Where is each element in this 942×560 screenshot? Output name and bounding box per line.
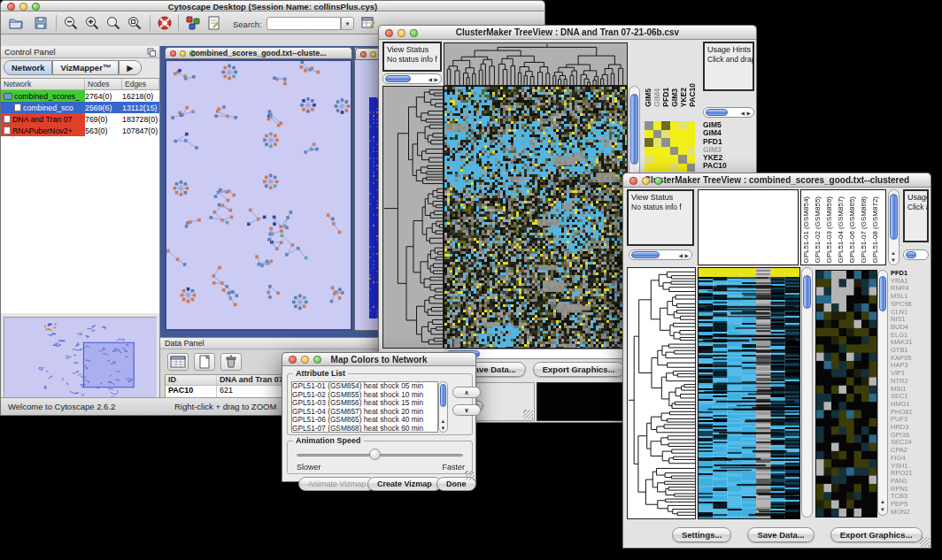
zoom-actual-icon[interactable] bbox=[127, 15, 143, 31]
matrix-cell[interactable] bbox=[661, 147, 670, 156]
matrix-cell[interactable] bbox=[670, 138, 679, 147]
column-label[interactable]: GIM4 bbox=[652, 88, 661, 107]
matrix-cell[interactable] bbox=[678, 121, 687, 130]
scroll-thumb[interactable] bbox=[879, 276, 886, 311]
column-label[interactable]: PFD1 bbox=[661, 88, 670, 107]
zoom-button[interactable] bbox=[32, 3, 40, 11]
matrix-cell[interactable] bbox=[645, 121, 653, 130]
matrix-cell[interactable] bbox=[687, 147, 696, 156]
treeview2-status-scrollbar[interactable]: ◀▶ bbox=[629, 249, 692, 260]
tv2-save-data-button[interactable]: Save Data... bbox=[747, 527, 814, 542]
col-network[interactable]: Network bbox=[1, 79, 85, 89]
treeview1-column-dendrogram[interactable] bbox=[444, 42, 628, 86]
zoom-button[interactable] bbox=[654, 177, 662, 185]
zoom-button[interactable] bbox=[410, 29, 418, 37]
treeview1-row-dendrogram[interactable] bbox=[382, 86, 444, 349]
float-panel-icon[interactable] bbox=[147, 48, 156, 57]
treeview1-row-labels[interactable]: GIM5GIM4PFD1GIM3YKE2PAC10 bbox=[703, 121, 752, 171]
treeview2-zoom-heatmap[interactable] bbox=[815, 270, 877, 518]
birdseye-panel[interactable] bbox=[4, 317, 157, 408]
treeview1-titlebar[interactable]: ClusterMaker TreeView : DNA and Tran 07-… bbox=[378, 25, 757, 40]
new-attribute-button[interactable] bbox=[194, 353, 215, 371]
matrix-cell[interactable] bbox=[670, 147, 679, 156]
column-label[interactable]: GIM3 bbox=[670, 88, 679, 107]
treeview1-zoom-matrix[interactable] bbox=[645, 121, 695, 172]
matrix-cell[interactable] bbox=[678, 164, 687, 173]
treeview2-top-dendrogram-area[interactable] bbox=[698, 189, 799, 265]
treeview1-status-scrollbar[interactable]: ◀▶ bbox=[382, 73, 442, 84]
matrix-cell[interactable] bbox=[653, 164, 662, 173]
slider-thumb[interactable] bbox=[369, 449, 381, 460]
table-mode-button[interactable] bbox=[167, 353, 189, 371]
zoom-out-icon[interactable] bbox=[63, 15, 79, 31]
network-table-row[interactable]: RNAPuberNov2+563(0)107847(0) bbox=[1, 125, 159, 136]
matrix-cell[interactable] bbox=[678, 138, 687, 147]
matrix-cell[interactable] bbox=[670, 155, 679, 164]
attribute-list[interactable]: GPL51-01 (GSM854) heat shock 05 minGPL51… bbox=[291, 381, 438, 433]
scroll-thumb[interactable] bbox=[440, 384, 446, 407]
matrix-cell[interactable] bbox=[687, 155, 696, 164]
tab-vizmapper-[interactable]: VizMapper™ bbox=[52, 60, 119, 75]
matrix-cell[interactable] bbox=[661, 130, 670, 139]
matrix-cell[interactable] bbox=[661, 121, 670, 130]
matrix-cell[interactable] bbox=[653, 121, 662, 130]
column-label[interactable]: GPL51-03 (GSM856) bbox=[825, 196, 837, 264]
main-titlebar[interactable]: Cytoscape Desktop (Session Name: collins… bbox=[0, 0, 545, 12]
close-button[interactable] bbox=[289, 356, 297, 364]
column-label[interactable]: GPL51-04 (GSM857) bbox=[837, 196, 848, 264]
col-id[interactable]: ID bbox=[166, 375, 217, 385]
tab-network[interactable]: Network bbox=[4, 60, 52, 75]
minimize-button[interactable] bbox=[301, 356, 309, 364]
matrix-cell[interactable] bbox=[645, 130, 653, 139]
network-table-row[interactable]: DNA and Tran 07769(0)183728(0) bbox=[1, 113, 159, 125]
matrix-cell[interactable] bbox=[670, 164, 679, 173]
close-button[interactable] bbox=[360, 51, 367, 58]
move-down-button[interactable]: ∨ bbox=[452, 404, 481, 416]
network-table-row[interactable]: combined_scores_2764(0)16218(0) bbox=[1, 90, 159, 102]
column-label[interactable]: GPL51-02 (GSM855) bbox=[814, 196, 825, 264]
treeview2-zoom-vscrollbar[interactable]: ▲▼ bbox=[877, 270, 888, 516]
tv2-settings-button[interactable]: Settings... bbox=[672, 527, 731, 542]
matrix-cell[interactable] bbox=[645, 138, 653, 147]
move-up-button[interactable]: ∧ bbox=[452, 387, 481, 398]
vizmapper-icon[interactable] bbox=[185, 15, 201, 31]
treeview2-titlebar[interactable]: ClusterMaker TreeView : combined_scores_… bbox=[622, 173, 931, 188]
minimize-button[interactable] bbox=[398, 29, 405, 37]
search-dropdown-button[interactable]: ▾ bbox=[341, 17, 354, 30]
col-nodes[interactable]: Nodes bbox=[85, 79, 122, 89]
col-edges[interactable]: Edges bbox=[122, 79, 159, 89]
scroll-thumb[interactable] bbox=[803, 275, 811, 309]
matrix-cell[interactable] bbox=[653, 138, 662, 147]
birdseye-canvas[interactable] bbox=[4, 318, 157, 407]
matrix-cell[interactable] bbox=[678, 155, 687, 164]
resize-grip[interactable] bbox=[465, 471, 475, 480]
animate-vizmap-button[interactable]: Animate Vizmap bbox=[298, 477, 375, 491]
column-label[interactable]: PAC10 bbox=[688, 83, 697, 107]
delete-attribute-button[interactable] bbox=[220, 353, 242, 371]
minimize-button[interactable] bbox=[642, 177, 650, 185]
column-label[interactable]: GPL51-01 (GSM854) bbox=[802, 196, 814, 264]
treeview1-hints-scrollbar[interactable]: ◀▶ bbox=[703, 107, 754, 118]
matrix-cell[interactable] bbox=[661, 164, 670, 173]
dialog-titlebar[interactable]: Map Colors to Network bbox=[282, 352, 476, 366]
column-label[interactable]: GPL51-08 (GSM872) bbox=[871, 196, 883, 264]
network-view-canvas[interactable] bbox=[166, 61, 351, 329]
scroll-thumb[interactable] bbox=[890, 194, 898, 240]
attribute-item[interactable]: GPL51-07 (GSM868) heat shock 60 min bbox=[292, 425, 437, 433]
attribute-editor-icon[interactable] bbox=[360, 15, 376, 31]
help-lifesaver-icon[interactable] bbox=[157, 15, 173, 31]
column-label[interactable]: YKE2 bbox=[679, 88, 688, 107]
treeview1-column-labels[interactable]: GIM5GIM4PFD1GIM3YKE2PAC10 bbox=[644, 49, 700, 107]
matrix-cell[interactable] bbox=[661, 155, 670, 164]
matrix-cell[interactable] bbox=[687, 130, 696, 139]
treeview2-row-dendrogram[interactable] bbox=[627, 267, 696, 519]
panel-grip[interactable] bbox=[523, 410, 533, 419]
zoom-button[interactable] bbox=[313, 356, 321, 364]
create-vizmap-button[interactable]: Create Vizmap bbox=[367, 477, 442, 491]
matrix-cell[interactable] bbox=[653, 130, 662, 139]
save-icon[interactable] bbox=[33, 15, 49, 31]
scroll-thumb[interactable] bbox=[385, 75, 411, 82]
annotation-icon[interactable] bbox=[206, 15, 222, 31]
column-label[interactable]: GPL51-07 (GSM868) bbox=[860, 196, 871, 264]
treeview2-hints-scrollbar[interactable] bbox=[903, 249, 929, 260]
